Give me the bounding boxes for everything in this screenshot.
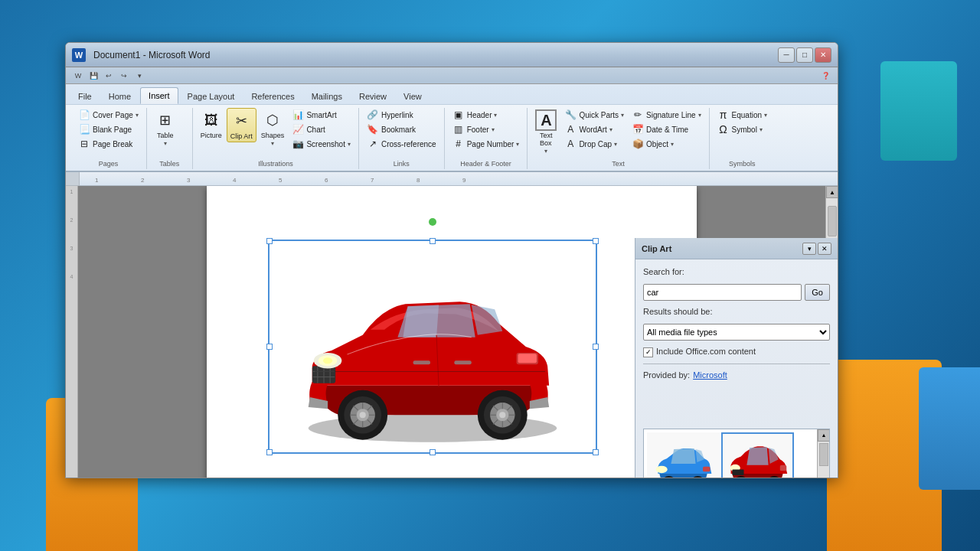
footer-icon: ▥ bbox=[452, 123, 465, 135]
page-break-button[interactable]: ⊟ Page Break bbox=[75, 137, 142, 151]
illustrations-group-label: Illustrations bbox=[198, 158, 354, 169]
tables-group-label: Tables bbox=[152, 158, 188, 169]
shapes-button[interactable]: ⬡ Shapes ▾ bbox=[258, 108, 288, 148]
clipart-scroll-up[interactable]: ▲ bbox=[818, 429, 830, 442]
cover-page-button[interactable]: 📄 Cover Page ▾ bbox=[75, 108, 142, 122]
wordart-icon: A bbox=[564, 123, 577, 135]
include-office-checkbox[interactable]: ✓ bbox=[643, 347, 653, 357]
results-should-be-label: Results should be: bbox=[643, 307, 830, 316]
tab-home[interactable]: Home bbox=[101, 89, 139, 104]
text-box-arrow: ▾ bbox=[544, 148, 547, 155]
microsoft-link[interactable]: Microsoft bbox=[693, 370, 727, 380]
shapes-icon: ⬡ bbox=[262, 109, 283, 131]
handle-top-center[interactable] bbox=[430, 238, 436, 244]
provided-by-label: Provided by: bbox=[643, 370, 690, 380]
redo-quick-icon[interactable]: ↪ bbox=[118, 70, 130, 82]
rotation-handle[interactable] bbox=[429, 218, 436, 226]
equation-button[interactable]: π Equation ▾ bbox=[714, 108, 770, 122]
clip-art-button[interactable]: ✂ Clip Art bbox=[227, 108, 256, 142]
chart-button[interactable]: 📈 Chart bbox=[289, 122, 354, 136]
links-group-label: Links bbox=[364, 158, 439, 169]
handle-bottom-right[interactable] bbox=[593, 449, 599, 455]
smartart-label: SmartArt bbox=[306, 111, 336, 119]
page-number-button[interactable]: # Page Number ▾ bbox=[449, 137, 523, 151]
undo-quick-icon[interactable]: ↩ bbox=[103, 70, 115, 82]
symbol-label: Symbol bbox=[732, 126, 757, 134]
picture-button[interactable]: 🖼 Picture bbox=[198, 108, 225, 141]
quick-access-toolbar: W 💾 ↩ ↪ ▾ ❓ bbox=[66, 67, 838, 84]
handle-bottom-left[interactable] bbox=[266, 449, 273, 455]
symbol-button[interactable]: Ω Symbol ▾ bbox=[714, 122, 770, 136]
panel-close-btn[interactable]: ✕ bbox=[818, 243, 831, 255]
smartart-button[interactable]: 📊 SmartArt bbox=[289, 108, 354, 122]
blank-page-button[interactable]: 📃 Blank Page bbox=[75, 122, 142, 136]
ribbon-group-symbols: π Equation ▾ Ω Symbol ▾ Symbols bbox=[710, 108, 775, 169]
object-button[interactable]: 📦 Object ▾ bbox=[629, 137, 704, 151]
tab-review[interactable]: Review bbox=[351, 89, 394, 104]
handle-top-left[interactable] bbox=[266, 238, 273, 244]
hyperlink-button[interactable]: 🔗 Hyperlink bbox=[364, 108, 439, 122]
tab-insert[interactable]: Insert bbox=[140, 87, 178, 104]
tab-mailings[interactable]: Mailings bbox=[304, 89, 350, 104]
word-icon-small: W bbox=[72, 70, 84, 82]
header-button[interactable]: ▣ Header ▾ bbox=[449, 108, 523, 122]
help-icon[interactable]: ❓ bbox=[819, 70, 831, 82]
save-quick-icon[interactable]: 💾 bbox=[87, 70, 100, 82]
go-button[interactable]: Go bbox=[805, 284, 830, 301]
page-break-label: Page Break bbox=[93, 140, 132, 148]
quick-parts-arrow: ▾ bbox=[621, 112, 624, 119]
symbols-group-content: π Equation ▾ Ω Symbol ▾ bbox=[714, 108, 770, 156]
cover-page-arrow: ▾ bbox=[136, 112, 139, 119]
equation-arrow: ▾ bbox=[764, 112, 767, 119]
handle-middle-left[interactable] bbox=[266, 344, 273, 350]
handle-bottom-center[interactable] bbox=[430, 449, 436, 455]
panel-dropdown-btn[interactable]: ▾ bbox=[802, 243, 816, 255]
wordart-button[interactable]: A WordArt ▾ bbox=[561, 122, 627, 136]
bookmark-button[interactable]: 🔖 Bookmark bbox=[364, 122, 439, 136]
minimize-button[interactable]: ─ bbox=[778, 47, 795, 63]
object-arrow: ▾ bbox=[671, 141, 674, 148]
tab-references[interactable]: References bbox=[243, 89, 302, 104]
table-icon: ⊞ bbox=[155, 109, 176, 131]
image-selection-box[interactable] bbox=[268, 240, 597, 454]
chart-label: Chart bbox=[306, 126, 325, 134]
text-group-content: A TextBox ▾ 🔧 Quick Parts ▾ A WordArt bbox=[532, 108, 704, 156]
chart-icon: 📈 bbox=[292, 123, 304, 135]
shapes-label: Shapes bbox=[261, 132, 285, 139]
word-window: W Document1 - Microsoft Word ─ □ ✕ W 💾 ↩… bbox=[65, 42, 838, 478]
handle-top-right[interactable] bbox=[593, 238, 599, 244]
footer-button[interactable]: ▥ Footer ▾ bbox=[449, 122, 523, 136]
date-time-label: Date & Time bbox=[646, 126, 688, 134]
clipart-item-blue-car[interactable] bbox=[647, 432, 720, 479]
handle-middle-right[interactable] bbox=[593, 344, 599, 350]
scroll-up-arrow[interactable]: ▲ bbox=[826, 186, 838, 198]
screenshot-button[interactable]: 📷 Screenshot ▾ bbox=[289, 137, 354, 151]
tab-page-layout[interactable]: Page Layout bbox=[180, 89, 243, 104]
symbol-icon: Ω bbox=[717, 123, 730, 135]
clipart-item-red-car[interactable] bbox=[721, 432, 794, 479]
quick-parts-icon: 🔧 bbox=[564, 109, 577, 121]
table-button[interactable]: ⊞ Table ▾ bbox=[152, 108, 179, 148]
drop-cap-button[interactable]: A Drop Cap ▾ bbox=[561, 137, 627, 151]
screenshot-arrow: ▾ bbox=[348, 141, 351, 148]
qa-dropdown-icon[interactable]: ▾ bbox=[133, 70, 145, 82]
signature-line-button[interactable]: ✏ Signature Line ▾ bbox=[629, 108, 704, 122]
scroll-thumb[interactable] bbox=[828, 206, 837, 236]
results-type-select[interactable]: All media file types bbox=[643, 324, 830, 341]
cross-reference-button[interactable]: ↗ Cross-reference bbox=[364, 137, 439, 151]
svg-rect-40 bbox=[454, 360, 471, 364]
tab-view[interactable]: View bbox=[396, 89, 430, 104]
close-button[interactable]: ✕ bbox=[815, 47, 831, 63]
search-input[interactable] bbox=[643, 284, 802, 301]
ribbon-group-header-footer: ▣ Header ▾ ▥ Footer ▾ # Page Number bbox=[445, 108, 528, 169]
clipart-panel: Clip Art ▾ ✕ Search for: Go Results shou… bbox=[635, 238, 838, 478]
date-time-button[interactable]: 📅 Date & Time bbox=[629, 122, 704, 136]
date-time-icon: 📅 bbox=[632, 123, 644, 135]
text-box-button[interactable]: A TextBox ▾ bbox=[532, 108, 560, 156]
clipart-results: ▲ ▼ bbox=[643, 429, 830, 479]
table-label: Table bbox=[157, 132, 174, 139]
maximize-button[interactable]: □ bbox=[796, 47, 813, 63]
quick-parts-button[interactable]: 🔧 Quick Parts ▾ bbox=[561, 108, 627, 122]
clipart-scroll-thumb[interactable] bbox=[819, 443, 828, 466]
tab-file[interactable]: File bbox=[70, 89, 100, 104]
